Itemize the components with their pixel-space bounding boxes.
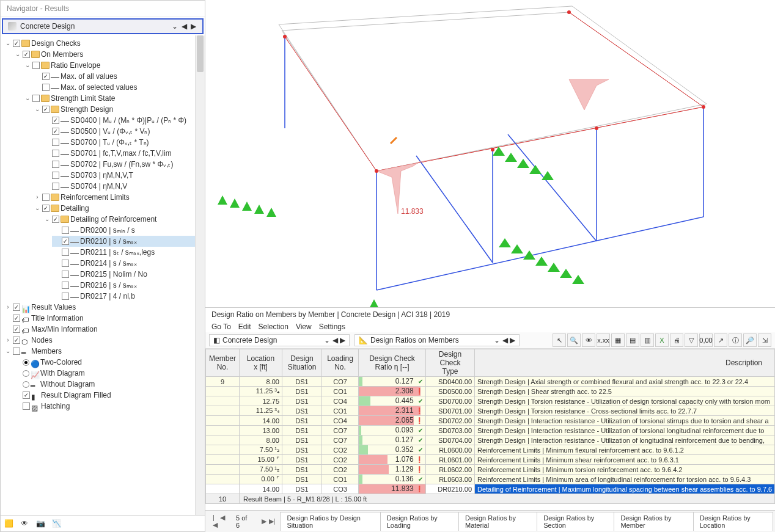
menu-view[interactable]: View [296,322,312,331]
tree-item[interactable]: Two-Colored [40,357,82,368]
tb-table-button[interactable]: ▦ [611,333,625,347]
tab-by-section[interactable]: Design Ratios by Section [537,512,614,531]
menu-edit[interactable]: Edit [238,322,251,331]
checkbox[interactable] [52,216,59,223]
radio[interactable] [23,381,29,388]
table-row[interactable]: 12.75DS1CO40.445 ✔SD0700.00Strength Desi… [206,396,775,406]
checkbox[interactable] [52,183,59,190]
checkbox[interactable] [62,249,69,256]
tree-item[interactable]: SD0704 | ηM,N,V [70,181,127,192]
tree-item[interactable]: SD0701 | fc,T,V,max / fc,T,V,lim [70,148,172,159]
checkbox[interactable] [52,117,59,124]
expand-icon[interactable]: ⌄ [4,346,12,357]
tb-excel-button[interactable]: X [655,333,669,347]
tab-by-situation[interactable]: Design Ratios by Design Situation [280,512,380,531]
eye-button[interactable]: 👁 [19,518,30,529]
table-row[interactable]: 11.25 ³₄DS1CO12.311 ❗SD0701.00Strength D… [206,406,775,416]
radio[interactable] [23,359,29,366]
checkbox[interactable] [13,326,20,333]
checkbox[interactable] [62,293,69,300]
radio[interactable] [23,370,29,377]
checkbox[interactable] [32,95,40,102]
checkbox[interactable] [62,227,69,234]
tree-item[interactable]: Max. of selected values [61,82,137,93]
checkbox[interactable] [13,337,20,344]
checkbox[interactable] [23,392,30,399]
checkbox[interactable] [23,51,30,58]
checkbox[interactable] [42,84,50,91]
tb-zoom-button[interactable]: 🔍 [567,333,581,347]
checkbox[interactable] [62,260,69,267]
menu-goto[interactable]: Go To [211,322,231,331]
last-page-button[interactable]: ▶| [269,517,276,525]
checkbox[interactable] [42,205,50,212]
table-row[interactable]: 14.00DS1CO42.065 ❗SD0702.00Strength Desi… [206,416,775,426]
expand-icon[interactable]: ⌄ [34,104,41,115]
tree-item[interactable]: SD0400 | Mᵤ / (Mₙ * Φ)|Pᵤ / (Pₙ * Φ) [70,115,186,126]
tree-item[interactable]: Without Diagram [40,379,95,390]
tab-by-material[interactable]: Design Ratios by Material [458,512,537,531]
tree-item[interactable]: Max/Min Information [31,324,98,335]
tree-item[interactable]: DR0200 | sₘᵢₙ / s [80,225,135,236]
checkbox[interactable] [62,238,69,245]
tree-item[interactable]: Design Checks [31,38,81,49]
tree-item[interactable]: Ratio Envelope [51,60,100,71]
tb-filter-button[interactable]: ▽ [685,333,698,347]
tree-item[interactable]: On Members [41,49,83,60]
tb-select-button[interactable]: ↖ [553,333,566,347]
tree-item[interactable]: Detailing of Reinforcement [70,214,156,225]
table-row[interactable]: 98.00DS1CO70.127 ✔SD0400.00Strength Desi… [206,377,775,387]
checkbox[interactable] [13,304,20,311]
checkbox[interactable] [13,40,20,47]
checkbox[interactable] [13,348,20,355]
tb-find-button[interactable]: 🔎 [743,333,757,347]
tree-item[interactable]: Members [31,346,62,357]
dropdown-caret-icon[interactable]: ⌄ [171,22,179,31]
expand-icon[interactable]: › [4,302,12,313]
expand-icon[interactable]: ⌄ [34,203,41,214]
checkbox[interactable] [42,194,50,201]
tab-by-location[interactable]: Design Ratios by Location [693,512,773,531]
tab-by-member[interactable]: Design Ratios by Member [614,512,693,531]
checkbox[interactable] [23,403,30,410]
table-row[interactable]: 14.00DS1CO311.833 ❗DR0210.00Detailing of… [206,484,775,494]
tree-item[interactable]: Result Values [31,302,76,313]
checkbox[interactable] [62,282,69,289]
camera-button[interactable]: 📷 [35,518,46,529]
next-arrow-icon[interactable]: ▶ [189,22,197,31]
tb-print-button[interactable]: 🖨 [670,333,683,347]
tree-item[interactable]: SD0703 | ηM,N,V,T [70,170,133,181]
next-page-button[interactable]: ▶ [262,517,266,525]
menu-selection[interactable]: Selection [259,322,288,331]
table-row[interactable]: 0.00 ⌜DS1CO10.136 ✔RL0603.00Reinforcemen… [206,475,775,484]
tree-item[interactable]: SD0702 | Fu,sw / (Fn,sw * Φᵥ,ₜ) [70,159,173,170]
expand-icon[interactable]: › [4,335,12,346]
table-row[interactable]: 7.50 ¹₂DS1CO20.352 ✔RL0600.00Reinforceme… [206,445,775,455]
checkbox[interactable] [52,139,59,146]
tree-item[interactable]: DR0214 | s / sₘₐₓ [80,258,137,269]
col-loading[interactable]: Loading No. [322,349,359,377]
expand-icon[interactable]: ⌄ [24,60,31,71]
tree-item[interactable]: Title Information [31,313,84,324]
checkbox[interactable] [52,150,59,157]
col-location[interactable]: Location x [ft] [240,349,282,377]
prev-page-button[interactable]: ◀ [220,514,225,529]
result-category-dropdown[interactable]: ◧Concrete Design⌄ ◀ ▶ [209,334,350,346]
expand-icon[interactable]: ⌄ [4,38,12,49]
tree-item-selected[interactable]: DR0210 | s / sₘₐₓ [80,236,137,247]
expand-icon[interactable]: ⌄ [24,93,31,104]
tree-item[interactable]: Max. of all values [61,71,117,82]
model-viewport[interactable]: 11.833 [205,0,775,307]
table-row[interactable]: 8.00DS1CO70.127 ✔SD0704.00Strength Desig… [206,435,775,445]
col-type[interactable]: Design Check Type [426,349,475,377]
tree-item[interactable]: SD0700 | Tᵤ / (Φᵥ,ₜ * Tₙ) [70,137,149,148]
tab-by-loading[interactable]: Design Ratios by Loading [380,512,459,531]
tb-precision-button[interactable]: 0,00 [699,333,713,347]
table-row[interactable]: 13.00DS1CO70.093 ✔SD0703.00Strength Desi… [206,426,775,435]
tb-xxx-button[interactable]: x.xx [597,333,610,347]
tree-item[interactable]: Strength Limit State [51,93,115,104]
col-member-no[interactable]: Member No. [206,349,240,377]
diagram-button[interactable]: 📉 [51,518,62,529]
tree-item[interactable]: Nodes [31,335,53,346]
checkbox[interactable] [32,62,40,69]
